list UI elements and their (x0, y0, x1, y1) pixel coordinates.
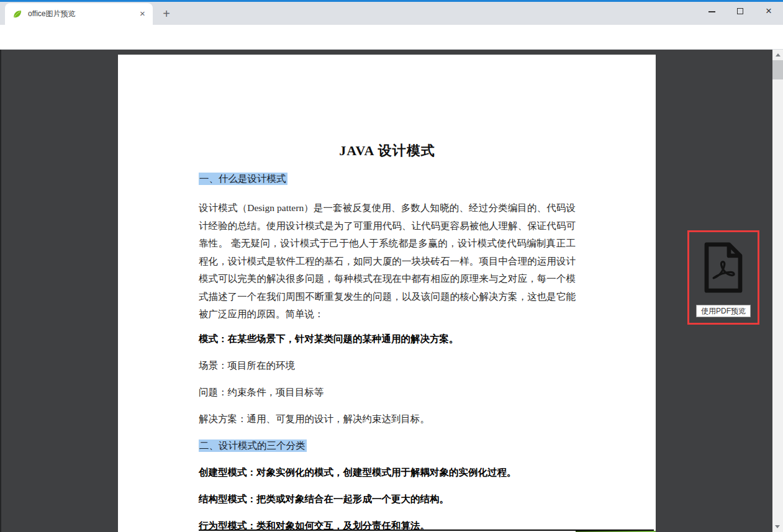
browser-tab[interactable]: office图片预览 × (5, 3, 153, 25)
structural-pattern-line: 结构型模式：把类或对象结合在一起形成一个更大的结构。 (199, 493, 576, 505)
new-tab-button[interactable]: + (159, 7, 174, 22)
window-controls: × (697, 2, 783, 25)
spring-leaf-favicon (12, 9, 22, 19)
maximize-button[interactable] (726, 2, 754, 25)
section-heading-1: 一、什么是设计模式 (199, 173, 576, 185)
pdf-preview-label: 使用PDF预览 (696, 305, 751, 317)
pdf-file-icon (701, 241, 746, 294)
tab-close-icon[interactable]: × (137, 9, 148, 19)
scrollbar-thumb[interactable] (772, 60, 783, 79)
intro-paragraph: 设计模式（Design pattern）是一套被反复使用、多数人知晓的、经过分类… (199, 199, 576, 323)
window-left-edge (0, 50, 1, 532)
creational-pattern-line: 创建型模式：对象实例化的模式，创建型模式用于解耦对象的实例化过程。 (199, 466, 576, 479)
pattern-definition-line: 模式：在某些场景下，针对某类问题的某种通用的解决方案。 (199, 333, 576, 345)
close-icon: × (766, 7, 772, 16)
tab-strip: office图片预览 × + × (0, 2, 783, 25)
minimize-icon (708, 11, 715, 12)
close-button[interactable]: × (754, 2, 783, 25)
tab-title: office图片预览 (28, 9, 137, 19)
document-page: JAVA 设计模式 一、什么是设计模式 设计模式（Design pattern）… (118, 55, 656, 532)
pdf-preview-button[interactable]: 使用PDF预览 (687, 230, 759, 325)
browser-toolbar: localhost:8012/onlinePreview?url=http://… (0, 25, 783, 50)
vertical-scrollbar[interactable] (772, 50, 783, 532)
scene-line: 场景：项目所在的环境 (199, 359, 576, 372)
maximize-icon (737, 8, 743, 14)
scroll-down-icon[interactable] (775, 525, 780, 528)
page-viewport: JAVA 设计模式 一、什么是设计模式 设计模式（Design pattern）… (0, 50, 783, 532)
scroll-up-icon[interactable] (776, 53, 781, 56)
problem-line: 问题：约束条件，项目目标等 (199, 386, 576, 399)
solution-line: 解决方案：通用、可复用的设计，解决约束达到目标。 (199, 413, 576, 425)
minimize-button[interactable] (697, 2, 726, 25)
document-title: JAVA 设计模式 (199, 142, 576, 160)
section-heading-2: 二、设计模式的三个分类 (199, 440, 576, 452)
